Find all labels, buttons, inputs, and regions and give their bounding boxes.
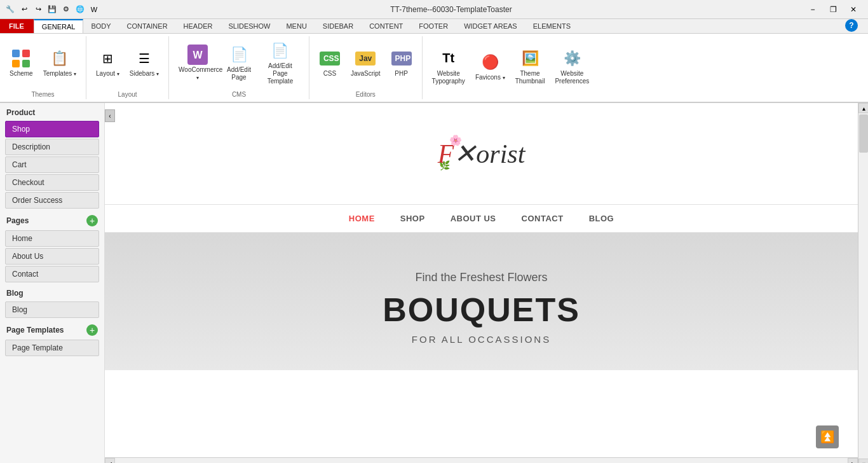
sidebar-item-contact[interactable]: Contact [5, 266, 99, 282]
ribbon-tab-content[interactable]: CONTENT [362, 19, 411, 33]
vscrollbar-track[interactable] [858, 114, 868, 459]
canvas: F✕orist 🌸 🌿 HOMESHOPABOUT USCONTACTBLOG … [105, 103, 858, 457]
hero-subtitle: Find the Freshest Flowers [415, 271, 547, 284]
sidebar-section-label-pages: Pages [6, 216, 29, 225]
titlebar-icons: 🔧 ↩ ↪ 💾 ⚙ 🌐 W [5, 4, 99, 15]
ribbon-group-layout: ⊞Layout ▾☰Sidebars ▾Layout [86, 36, 169, 99]
scroll-right-arrow[interactable]: ▸ [848, 458, 858, 463]
templates-button[interactable]: 📋Templates ▾ [39, 45, 81, 81]
ribbon: FILEGENERALBODYCONTAINERHEADERSLIDESHOWM… [0, 19, 868, 103]
nav-item-contact[interactable]: CONTACT [522, 214, 564, 223]
sidebar-section-label-product: Product [6, 108, 35, 117]
ribbon-tab-general[interactable]: GENERAL [34, 19, 84, 33]
vertical-scrollbar[interactable]: ▴ ▾ [858, 103, 868, 463]
ribbon-group-cms: WWooCommerce ▾📄Add/EditPage📄Add/Edit Pag… [169, 36, 309, 99]
hscrollbar-track[interactable] [115, 458, 848, 463]
sidebar-section-label-page_templates: Page Templates [6, 326, 64, 335]
ribbon-tabs: FILEGENERALBODYCONTAINERHEADERSLIDESHOWM… [0, 19, 868, 34]
hero-title: BOUQUETS [383, 291, 580, 329]
svg-rect-3 [22, 60, 30, 67]
canvas-area: ‹ F✕orist 🌸 🌿 HOMESHOPABOUT USCONTACTBL [105, 103, 858, 463]
save-icon[interactable]: 💾 [47, 4, 57, 15]
svg-rect-2 [12, 60, 20, 67]
sidebar: ProductShopDescriptionCartCheckoutOrder … [0, 103, 105, 463]
titlebar-left: 🔧 ↩ ↪ 💾 ⚙ 🌐 W [5, 4, 99, 15]
ribbon-tab-widget_areas[interactable]: WIDGET AREAS [456, 19, 526, 33]
close-button[interactable]: ✕ [844, 3, 863, 16]
preview-header: F✕orist 🌸 🌿 [105, 103, 858, 205]
logo: F✕orist 🌸 🌿 [438, 138, 526, 169]
app-icon: 🔧 [5, 4, 15, 15]
sidebar-item-home[interactable]: Home [5, 230, 99, 247]
sidebars-button[interactable]: ☰Sidebars ▾ [125, 45, 163, 81]
scroll-up-arrow[interactable]: ▴ [858, 103, 868, 113]
javascript-button[interactable]: JavJavaScript [346, 45, 385, 81]
ribbon-tab-footer[interactable]: FOOTER [411, 19, 456, 33]
website-typography-button[interactable]: TtWebsiteTypography [428, 45, 470, 88]
ribbon-tab-slideshow[interactable]: SLIDESHOW [220, 19, 278, 33]
svg-rect-0 [12, 50, 20, 57]
redo-icon[interactable]: ↪ [33, 4, 43, 15]
sidebar-item-description[interactable]: Description [5, 139, 99, 155]
minimize-button[interactable]: − [803, 3, 822, 16]
theme-thumbnail-button[interactable]: 🖼️ThemeThumbnail [511, 45, 550, 88]
svg-text:W: W [193, 50, 203, 60]
sidebar-section-pages: Pages+ [0, 210, 104, 229]
php-button[interactable]: PHPPHP [386, 45, 417, 81]
ribbon-tab-container[interactable]: CONTAINER [119, 19, 176, 33]
layout-button[interactable]: ⊞Layout ▾ [92, 45, 124, 81]
window-title: TT-7theme--60030-TemplateToaster [99, 5, 803, 14]
woo-icon[interactable]: W [89, 4, 99, 15]
ribbon-tab-file[interactable]: FILE [0, 19, 34, 33]
add-edit-page-button[interactable]: 📄Add/EditPage [222, 41, 255, 85]
preview-nav: HOMESHOPABOUT USCONTACTBLOG [105, 205, 858, 233]
sidebar-item-page_template[interactable]: Page Template [5, 340, 99, 356]
ribbon-tab-elements[interactable]: ELEMENTS [526, 19, 579, 33]
horizontal-scrollbar[interactable]: ◂ ▸ [105, 457, 858, 463]
scroll-to-top-button[interactable]: ⏫ [816, 425, 839, 448]
nav-item-about-us[interactable]: ABOUT US [451, 214, 496, 223]
add-edit-template-button[interactable]: 📄Add/Edit PageTemplate [257, 38, 304, 88]
css-button[interactable]: CSSCSS [315, 45, 345, 81]
nav-item-shop[interactable]: SHOP [400, 214, 425, 223]
sidebar-item-cart[interactable]: Cart [5, 156, 99, 173]
preview-hero: Find the Freshest Flowers BOUQUETS FOR A… [105, 233, 858, 370]
undo-icon[interactable]: ↩ [19, 4, 29, 15]
ribbon-content: Scheme📋Templates ▾Themes⊞Layout ▾☰Sideba… [0, 34, 868, 102]
hero-description: FOR ALL OCCASSIONS [412, 334, 551, 345]
ribbon-group-general: TtWebsiteTypography🔴Favicons ▾🖼️ThemeThu… [423, 36, 599, 99]
sidebar-item-order_success[interactable]: Order Success [5, 192, 99, 209]
sidebar-section-product: Product [0, 103, 104, 120]
sidebar-add-pages-button[interactable]: + [86, 215, 98, 226]
ribbon-tab-sidebar[interactable]: SIDEBAR [315, 19, 362, 33]
svg-rect-1 [22, 50, 30, 57]
canvas-scroll: F✕orist 🌸 🌿 HOMESHOPABOUT USCONTACTBLOG … [105, 103, 858, 457]
scroll-down-arrow[interactable]: ▾ [858, 459, 868, 463]
window-controls: − ❐ ✕ [803, 3, 863, 16]
nav-item-home[interactable]: HOME [349, 214, 375, 223]
ribbon-tab-menu[interactable]: MENU [278, 19, 315, 33]
help-button[interactable]: ? [845, 19, 858, 32]
scheme-button[interactable]: Scheme [5, 45, 37, 81]
sidebar-item-about_us[interactable]: About Us [5, 248, 99, 265]
browser-icon[interactable]: 🌐 [75, 4, 85, 15]
collapse-sidebar-button[interactable]: ‹ [105, 109, 115, 122]
sidebar-section-page_templates: Page Templates+ [0, 319, 104, 338]
ribbon-group-editors: CSSCSSJavJavaScriptPHPPHPEditors [309, 36, 423, 99]
website-preferences-button[interactable]: ⚙️WebsitePreferences [550, 45, 593, 88]
woocommerce-button[interactable]: WWooCommerce ▾ [174, 41, 221, 85]
sidebar-item-checkout[interactable]: Checkout [5, 174, 99, 191]
sidebar-add-page_templates-button[interactable]: + [86, 324, 98, 336]
sidebar-item-shop[interactable]: Shop [5, 121, 99, 137]
vscrollbar-thumb[interactable] [859, 114, 868, 153]
sidebar-item-blog[interactable]: Blog [5, 301, 99, 318]
sidebar-section-label-blog: Blog [6, 289, 24, 298]
ribbon-tab-header[interactable]: HEADER [176, 19, 221, 33]
sidebar-section-blog: Blog [0, 284, 104, 300]
restore-button[interactable]: ❐ [824, 3, 843, 16]
scroll-left-arrow[interactable]: ◂ [105, 458, 115, 463]
nav-item-blog[interactable]: BLOG [589, 214, 614, 223]
favicons-button[interactable]: 🔴Favicons ▾ [471, 49, 510, 85]
settings-icon[interactable]: ⚙ [61, 4, 71, 15]
ribbon-tab-body[interactable]: BODY [83, 19, 119, 33]
